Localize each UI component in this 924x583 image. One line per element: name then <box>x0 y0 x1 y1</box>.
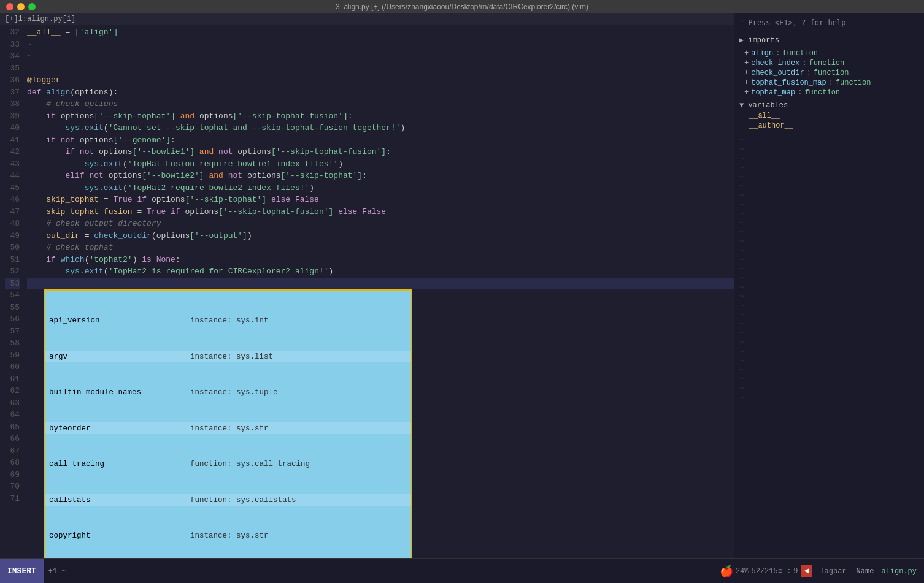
minimize-button[interactable] <box>17 3 25 10</box>
code-line-38: # check options <box>27 98 734 110</box>
tagbar-collapse-arrow: ▶ <box>739 36 748 45</box>
tagbar-help: " Press <F1>, ? for help <box>734 16 924 29</box>
tagbar-item-tophat_fusion_map[interactable]: +tophat_fusion_map : function <box>734 78 924 88</box>
ac-item-api_version[interactable]: api_versioninstance: sys.int <box>45 314 411 327</box>
code-area: 3233343536 3738394041 4243444546 4748495… <box>0 25 734 558</box>
tagbar-item-align[interactable]: +align : function <box>734 48 924 58</box>
code-line-49: out_dir = check_outdir(options['--output… <box>27 230 734 242</box>
code-line-40: sys.exit('Cannot set --skip-tophat and -… <box>27 122 734 134</box>
tagbar-item-check_outdir[interactable]: +check_outdir : function <box>734 68 924 78</box>
editor-header: [+]1:align.py[1] <box>0 13 734 25</box>
code-line-47: skip_tophat_fusion = True if options['--… <box>27 206 734 218</box>
code-line-52: sys.exit('TopHat2 is required for CIRCex… <box>27 265 734 278</box>
tagbar-item-check_index[interactable]: +check_index : function <box>734 58 924 68</box>
close-button[interactable] <box>6 3 13 10</box>
statusbar-right: 🍎 24% 52/215≡ : 9 ◄ Tagbar Name align.py <box>720 559 924 583</box>
code-line-43: sys.exit('TopHat-Fusion require bowtie1 … <box>27 158 734 170</box>
tagbar-pane: " Press <F1>, ? for help ▶ imports +alig… <box>734 13 924 558</box>
main-area: [+]1:align.py[1] 3233343536 3738394041 4… <box>0 13 924 558</box>
code-line-48: # check output directory <box>27 218 734 230</box>
ac-item-call_tracing[interactable]: call_tracingfunction: sys.call_tracing <box>45 458 411 470</box>
tagbar-section-imports[interactable]: ▶ imports <box>734 34 924 46</box>
vim-mode: INSERT <box>0 559 44 583</box>
ac-item-argv[interactable]: argvinstance: sys.list <box>45 351 411 363</box>
tagbar-section-variables[interactable]: ▼ variables <box>734 100 924 111</box>
window-title: 3. align.py [+] (/Users/zhangxiaoou/Desk… <box>336 2 588 11</box>
cursor-col: 9 <box>793 567 798 576</box>
apple-icon: 🍎 <box>720 565 733 578</box>
tagbar-variables-arrow: ▼ <box>739 101 748 110</box>
traffic-lights <box>6 3 36 10</box>
code-line-45: sys.exit('TopHat2 require bowtie2 index … <box>27 182 734 194</box>
cursor-position: 52/215≡ : <box>752 567 791 576</box>
code-line-50: # check tophat <box>27 242 734 254</box>
code-content[interactable]: __all__ = ['align'] ~ ~ @logger def alig… <box>25 25 734 558</box>
status-info: +1 ~ <box>44 567 71 576</box>
fullscreen-button[interactable] <box>28 3 36 10</box>
code-line-41: if not options['--genome']: <box>27 134 734 147</box>
tagbar-label: Tagbar <box>815 567 851 576</box>
tagbar-var-all: __all__ <box>734 111 924 121</box>
ac-item-builtin_module_names[interactable]: builtin_module_namesinstance: sys.tuple <box>45 386 411 398</box>
filename-label: align.py <box>879 567 919 576</box>
code-line-37: def align(options): <box>27 86 734 99</box>
code-line-51: if which('tophat2') is None: <box>27 254 734 266</box>
code-line-34: ~ <box>27 50 734 63</box>
ac-item-byteorder[interactable]: byteorderinstance: sys.str <box>45 422 411 435</box>
code-line-32: __all__ = ['align'] <box>27 26 734 39</box>
code-line-36: @logger <box>27 74 734 86</box>
code-line-42: if not options['--bowtie1'] and not opti… <box>27 146 734 158</box>
editor-pane[interactable]: [+]1:align.py[1] 3233343536 3738394041 4… <box>0 13 734 558</box>
statusbar-left: INSERT +1 ~ <box>0 559 71 583</box>
name-label: Name <box>854 567 877 576</box>
scroll-percent: 24% <box>736 567 749 576</box>
code-line-35 <box>27 63 734 75</box>
arrow-indicator: ◄ <box>801 565 813 577</box>
tagbar-item-tophat_map[interactable]: +tophat_map : function <box>734 88 924 97</box>
tagbar-var-author: __author__ <box>734 121 924 131</box>
titlebar: 3. align.py [+] (/Users/zhangxiaoou/Desk… <box>0 0 924 13</box>
code-line-46: skip_tophat = True if options['--skip-to… <box>27 194 734 206</box>
code-line-44: elif not options['--bowtie2'] and not op… <box>27 170 734 182</box>
statusbar: INSERT +1 ~ 🍎 24% 52/215≡ : 9 ◄ Tagbar N… <box>0 558 924 583</box>
code-line-33: ~ <box>27 39 734 51</box>
autocomplete-popup[interactable]: api_versioninstance: sys.int argvinstanc… <box>44 289 412 558</box>
line-numbers: 3233343536 3738394041 4243444546 4748495… <box>0 25 25 558</box>
code-line-53: + sys.█ api_versioninstance: sys.int arg… <box>27 278 734 290</box>
ac-item-copyright[interactable]: copyrightinstance: sys.str <box>45 530 411 542</box>
ac-item-callstats[interactable]: callstatsfunction: sys.callstats <box>45 494 411 506</box>
code-line-39: if options['--skip-tophat'] and options[… <box>27 110 734 123</box>
